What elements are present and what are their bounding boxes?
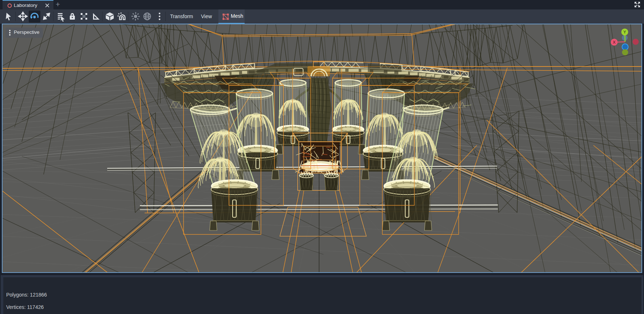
svg-text:X: X [613,40,616,44]
svg-text:Y: Y [623,30,626,34]
